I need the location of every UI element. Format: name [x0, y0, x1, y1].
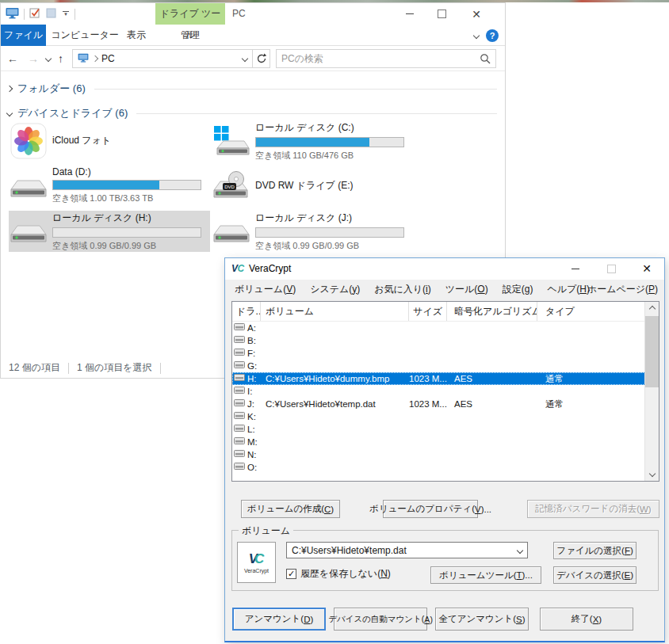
- drive-tile[interactable]: Data (D:)空き領域 1.00 TB/3.63 TB: [9, 166, 210, 207]
- drive-tile[interactable]: ローカル ディスク (J:)空き領域 0.99 GB/0.99 GB: [212, 211, 413, 252]
- dismount-all-button[interactable]: 全てアンマウント(S): [435, 608, 529, 631]
- close-button[interactable]: ✕: [633, 258, 660, 279]
- veracrypt-logo-icon: VC: [231, 263, 246, 276]
- select-device-button[interactable]: デバイスの選択(E): [553, 566, 637, 584]
- drive-letter: J:: [247, 398, 254, 410]
- column-header-2[interactable]: サイズ: [409, 302, 447, 321]
- computer-icon[interactable]: [6, 7, 19, 21]
- volume-path-combobox[interactable]: C:¥Users¥Hideto¥temp.dat: [286, 542, 528, 558]
- address-dropdown-icon[interactable]: [242, 55, 248, 62]
- drive-letter: G:: [247, 360, 257, 372]
- create-volume-button[interactable]: ボリュームの作成(C): [241, 500, 340, 518]
- disk-usage-bar: [255, 137, 404, 147]
- drive-name: ローカル ディスク (C:): [255, 121, 404, 135]
- back-button[interactable]: ←: [7, 47, 18, 70]
- qat-customize-icon[interactable]: ▼: [62, 11, 70, 17]
- drive-windows-icon: [212, 122, 251, 160]
- tab-computer[interactable]: コンピューター: [50, 25, 120, 46]
- drive-tile[interactable]: iCloud フォト: [9, 120, 210, 162]
- volume-row-O[interactable]: O:: [232, 461, 645, 474]
- volume-row-F[interactable]: F:: [232, 347, 645, 360]
- volume-row-A[interactable]: A:: [232, 322, 645, 334]
- drive-name: iCloud フォト: [52, 121, 111, 159]
- up-button[interactable]: ↑: [58, 47, 63, 70]
- menu-item-1[interactable]: システム(y): [303, 283, 367, 296]
- volume-row-B[interactable]: B:: [232, 334, 645, 347]
- drive-tile[interactable]: ローカル ディスク (C:)空き領域 110 GB/476 GB: [212, 120, 413, 162]
- drive-tile[interactable]: ローカル ディスク (H:)空き領域 0.99 GB/0.99 GB: [9, 211, 210, 252]
- new-item-icon[interactable]: [46, 7, 57, 21]
- volume-row-L[interactable]: L:: [232, 423, 645, 436]
- volume-tools-button[interactable]: ボリュームツール(T)...: [430, 566, 541, 584]
- tab-manage[interactable]: 管理: [158, 25, 223, 46]
- scrollbar[interactable]: [644, 302, 659, 481]
- breadcrumb-item-pc[interactable]: PC: [101, 53, 115, 64]
- disk-usage-bar: [52, 227, 201, 238]
- drive-letter: M:: [247, 436, 258, 448]
- volume-row-I[interactable]: I:: [232, 385, 645, 398]
- close-button[interactable]: ✕: [463, 3, 490, 25]
- free-space-text: 空き領域 0.99 GB/0.99 GB: [52, 240, 201, 252]
- quick-access-toolbar: ▼: [6, 3, 75, 25]
- ribbon-expand-icon[interactable]: [473, 32, 480, 38]
- auto-mount-devices-button[interactable]: デバイスの自動マウント(A): [334, 608, 427, 631]
- volume-groupbox-label: ボリューム: [239, 524, 293, 538]
- column-header-1[interactable]: ボリューム: [261, 302, 409, 321]
- never-save-history-label: 履歴を保存しない(N): [300, 567, 391, 581]
- drive-letter: O:: [247, 461, 257, 474]
- volume-row-N[interactable]: N:: [232, 448, 645, 461]
- drive-letter: F:: [247, 347, 255, 360]
- encryption-algorithm: AES: [447, 398, 537, 410]
- column-header-3[interactable]: 暗号化アルゴリズム: [447, 302, 537, 321]
- scroll-up-icon[interactable]: [645, 302, 659, 316]
- contextual-tab-drive-tools[interactable]: ドライブ ツール: [155, 3, 225, 25]
- drive-tile[interactable]: DVDDVD RW ドライブ (E:): [212, 166, 413, 207]
- minimize-button[interactable]: [562, 258, 589, 279]
- column-header-4[interactable]: タイプ: [537, 302, 645, 321]
- minimize-button[interactable]: [396, 3, 423, 25]
- menu-item-3[interactable]: ツール(O): [438, 283, 495, 296]
- drive-letter: A:: [247, 322, 256, 334]
- forward-button[interactable]: →: [28, 47, 39, 70]
- help-icon[interactable]: ?: [486, 29, 499, 42]
- group-header-folders[interactable]: フォルダー (6): [7, 82, 497, 96]
- divider: [136, 113, 497, 114]
- exit-button[interactable]: 終了(X): [540, 608, 633, 631]
- drive-icon: [234, 347, 245, 360]
- search-box[interactable]: PCの検索: [276, 49, 496, 68]
- drive-icon: [234, 322, 245, 334]
- tab-view[interactable]: 表示: [118, 25, 155, 46]
- recent-locations-icon[interactable]: [46, 47, 51, 70]
- refresh-button[interactable]: [252, 49, 270, 68]
- drive-icon: [234, 436, 245, 448]
- volume-path: C:¥Users¥Hideto¥dummy.bmp: [261, 372, 409, 385]
- volume-row-J[interactable]: J:C:¥Users¥Hideto¥temp.dat1023 M...AES通常: [232, 398, 645, 410]
- group-header-devices-drives[interactable]: デバイスとドライブ (6): [7, 106, 497, 120]
- scroll-down-icon[interactable]: [645, 467, 659, 481]
- menu-homepage[interactable]: ホームページ(P): [587, 280, 658, 299]
- veracrypt-titlebar: VC VeraCrypt ✕: [225, 258, 664, 280]
- scrollbar-thumb[interactable]: [645, 316, 659, 387]
- never-save-history-row[interactable]: ✓ 履歴を保存しない(N): [286, 567, 391, 580]
- drive-icon: [234, 372, 245, 385]
- drive-icon: [9, 167, 48, 205]
- menu-item-2[interactable]: お気に入り(i): [367, 283, 438, 296]
- drive-letter: L:: [247, 423, 255, 436]
- tab-file[interactable]: ファイル: [1, 25, 46, 46]
- menu-item-4[interactable]: 設定(g): [495, 283, 541, 296]
- combo-dropdown-icon[interactable]: [517, 547, 523, 553]
- select-file-button[interactable]: ファイルの選択(F): [553, 542, 637, 559]
- dismount-button[interactable]: アンマウント(D): [232, 608, 326, 631]
- volume-row-K[interactable]: K:: [232, 410, 645, 423]
- column-header-0[interactable]: ドラ...: [232, 302, 261, 321]
- volume-row-M[interactable]: M:: [232, 436, 645, 448]
- maximize-button[interactable]: [428, 3, 455, 25]
- volume-properties-button[interactable]: ボリュームのプロパティ(V)...: [383, 500, 478, 518]
- veracrypt-logo-button[interactable]: VC VeraCrypt: [237, 542, 276, 583]
- properties-check-icon[interactable]: [29, 7, 41, 21]
- volume-row-G[interactable]: G:: [232, 360, 645, 372]
- volume-row-H[interactable]: H:C:¥Users¥Hideto¥dummy.bmp1023 M...AES通…: [232, 372, 645, 385]
- breadcrumb[interactable]: PC: [72, 49, 253, 68]
- menu-item-0[interactable]: ボリューム(V): [227, 283, 303, 296]
- checkbox-checked-icon[interactable]: ✓: [286, 569, 296, 579]
